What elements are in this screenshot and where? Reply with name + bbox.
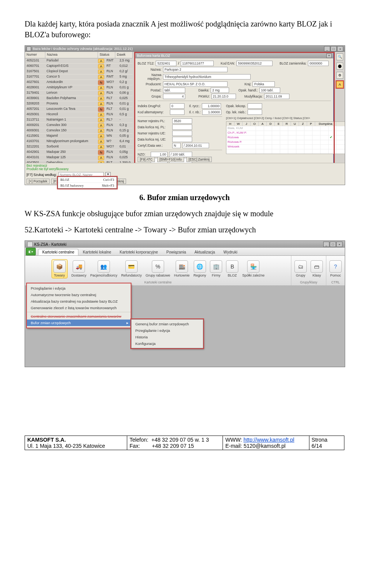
ribbon-regiony[interactable]: 🌐Regiony	[193, 260, 206, 277]
olnieb-field[interactable]	[248, 109, 262, 115]
kodalt-field[interactable]	[170, 109, 184, 115]
table-row[interactable]: 4052101ParlodelARMT2,5 mg	[25, 58, 133, 64]
zam-field[interactable]: 0000000	[308, 61, 329, 66]
right-icon-3[interactable]: ⚙	[336, 72, 343, 79]
table-row[interactable]: 4060701Captopril-EGISART0,012	[25, 64, 133, 69]
ribbon-pacjenciodbiorcy[interactable]: 👥Pacjenci/odbiorcy	[90, 260, 118, 277]
ribbon-firmy[interactable]: 🏢Firmy	[210, 260, 222, 277]
opak-field[interactable]: 100 tabl.	[259, 88, 280, 93]
menu-przegladanie[interactable]: Przeglądanie i edycja	[27, 285, 131, 292]
ribbon-pomoc[interactable]: ?Pomoc	[329, 260, 342, 277]
ean-field[interactable]: 5909990352012	[236, 61, 273, 66]
bloz712-field-b[interactable]: 118760111677	[181, 61, 214, 66]
close-button[interactable]: ×	[337, 46, 343, 51]
table-row[interactable]: 3208203ProveraARLN0,01 g	[25, 101, 133, 107]
ribbon-spkizalene[interactable]: 🏪Spółki zależne	[242, 260, 264, 277]
table-row[interactable]: 4009301Convulex 150ARLN0,15 g	[25, 128, 133, 134]
table-row[interactable]: 4042901Madopar 250NRLN0,05g	[25, 150, 133, 155]
www-link[interactable]: http://www.kamsoft.pl	[243, 437, 294, 443]
app-menu-button[interactable]: ◧▾	[26, 248, 36, 255]
prod-field[interactable]: HEXAL POLSKA SP. Z O.O.	[163, 81, 228, 87]
menu-generowanie[interactable]: Generowanie zleceń z listą towarów monit…	[27, 305, 131, 311]
grupa-field[interactable]: 4	[163, 94, 185, 99]
ribbon-refundatorzy[interactable]: 💳Refundatorzy	[121, 260, 142, 277]
menu-item-bloz-buf[interactable]: BLOZ buforowyShift+F3	[58, 183, 116, 188]
nzo-field2[interactable]: / 100 tabl.	[169, 152, 192, 157]
table-row[interactable]: 4043101Madopar 125ARLN0,025	[25, 155, 133, 161]
ribbon-klasy[interactable]: 🗃Klasy	[311, 260, 323, 277]
ribbon-grupyrabatowe[interactable]: %Grupy rabatowe	[146, 260, 170, 277]
menu-auto-tworzenie[interactable]: Automatyczne tworzenie bazy centralnej	[27, 292, 131, 298]
table-row[interactable]: 4115901MajamilAWN0,05 g	[25, 134, 133, 139]
postac-field[interactable]: tabl.	[163, 88, 185, 93]
olek-field[interactable]	[248, 103, 262, 109]
right-icon-2[interactable]: ⬤	[336, 63, 343, 70]
col-status[interactable]: Status	[98, 52, 115, 58]
ribbon-bloz[interactable]: BBLOZ	[226, 260, 238, 277]
card-close-btn[interactable]: [ESC] Zamknij	[186, 157, 212, 162]
tab-powiazania[interactable]: Powiązania	[162, 249, 190, 255]
table-row[interactable]: 3212201SorbonitAWO?0,01	[25, 144, 133, 150]
tab-wydruki[interactable]: Wydruki	[219, 249, 241, 255]
nazwa-field[interactable]: Parkopan 2	[163, 67, 228, 72]
ilnieb-field[interactable]: 1.00000	[202, 109, 221, 115]
submenu-przegladanie[interactable]: Przeglądanie i edycja	[131, 327, 203, 334]
table-row[interactable]: 4057201Leucovorin Ca TevaNRLT0,01 g	[25, 107, 133, 112]
right-icon-1[interactable]: 🔍	[336, 53, 343, 60]
dawka-field[interactable]: 2 mg	[211, 88, 229, 93]
pkwiu-field[interactable]: 21.20.13.0	[211, 94, 236, 99]
datakue-field[interactable]	[172, 137, 192, 142]
tab-centralne[interactable]: Kartoteki centralne	[38, 249, 78, 255]
col-dawk[interactable]: Dawk	[115, 52, 133, 58]
atc-button[interactable]: [F9] ATC	[138, 157, 155, 162]
tab-aktualizacja[interactable]: Aktualizacja	[190, 249, 219, 255]
cert-field-a[interactable]: N	[172, 143, 181, 148]
col-nazwa[interactable]: Nazwa	[45, 52, 98, 58]
ribbon-grupy[interactable]: 🗂Grupy	[294, 260, 307, 277]
table-row[interactable]: 3113711Nutramigen 1ARL?-	[25, 118, 133, 123]
table-row[interactable]: 3179401LerivonARLN0,06 g	[25, 91, 133, 96]
bloz712-field-a[interactable]: 5232401	[156, 61, 176, 66]
ribbon-towary[interactable]: 📦Towary	[52, 259, 68, 278]
datak-field[interactable]	[172, 124, 192, 130]
minimize-button[interactable]: _	[324, 46, 330, 51]
tab-lokalne[interactable]: Kartoteki lokalne	[78, 249, 115, 255]
col-numer[interactable]: Numer	[25, 52, 45, 58]
numrejue-field[interactable]	[172, 131, 192, 136]
menu-centralne-sterowanie[interactable]: Centralne sterowanie znacznikami zamawia…	[27, 313, 131, 320]
order-button[interactable]: [+] Porządek	[27, 179, 50, 184]
right-icon-a[interactable]: A	[336, 81, 343, 88]
ribbon-dostawcy[interactable]: 🚚Dostawcy	[71, 260, 86, 277]
table-row[interactable]: 4027601AmiokordinNWO?0,2 g	[25, 80, 133, 85]
page-label: Strona	[312, 437, 327, 443]
nm-field[interactable]: Trihexyphenidyli hydrochloridum	[163, 74, 251, 80]
submenu-generuj[interactable]: Generuj bufor zmian urzędowych	[131, 321, 203, 327]
table-row[interactable]: 4029301HiconcilARLN0,5 g	[25, 112, 133, 118]
table-row[interactable]: 4028001Amitriptylinum VPARLN0,01 g	[25, 85, 133, 91]
menu-bufor-zmian[interactable]: Bufor zmian urzędowych▸	[27, 320, 131, 326]
mod-field[interactable]: 2011.11.09	[264, 94, 289, 99]
card-close-button[interactable]: ×	[326, 53, 332, 58]
kszsa-close[interactable]: ×	[336, 242, 342, 247]
numrej-field[interactable]: 3520	[172, 118, 192, 124]
cert-field-b[interactable]: / 2004.10.01	[182, 143, 209, 148]
table-row[interactable]: 4039901Baclofen PolpharmaARLT0,025	[25, 96, 133, 101]
table-row[interactable]: 3167701Concor 5ARMT5 mg	[25, 75, 133, 80]
table-row[interactable]: 3167501Clopixol DepotARLN0,2 g/	[25, 69, 133, 75]
menu-aktualizacja[interactable]: Aktualizacja bazy centralnej na podstawi…	[27, 298, 131, 305]
ilrycz-field[interactable]: 1.00000	[202, 103, 221, 109]
submenu-konfiguracja[interactable]: Konfiguracja	[131, 340, 203, 347]
table-row[interactable]: 4163701Nitroglycerinum prolongatumAW?6,4…	[25, 139, 133, 144]
kszsa-maximize[interactable]: □	[330, 242, 336, 247]
table-row[interactable]: 4009201Convulex 300ARLN0,3 g	[25, 123, 133, 128]
info-button[interactable]: [Shift+F10] Info	[157, 157, 184, 162]
submenu-historia[interactable]: Historia	[131, 334, 203, 340]
kszsa-minimize[interactable]: _	[323, 242, 329, 247]
ribbon-hurtownie[interactable]: 🏬Hurtownie	[174, 260, 190, 277]
idx-field[interactable]: 0	[170, 103, 184, 109]
kraj-field[interactable]: Polska	[253, 81, 275, 87]
tab-korporacyjne[interactable]: Kartoteki korporacyjne	[115, 249, 162, 255]
nzo-field[interactable]: 1.00	[151, 152, 168, 157]
maximize-button[interactable]: □	[331, 46, 337, 51]
menu-item-bloz[interactable]: BLOZCtrl+F3	[58, 177, 116, 183]
